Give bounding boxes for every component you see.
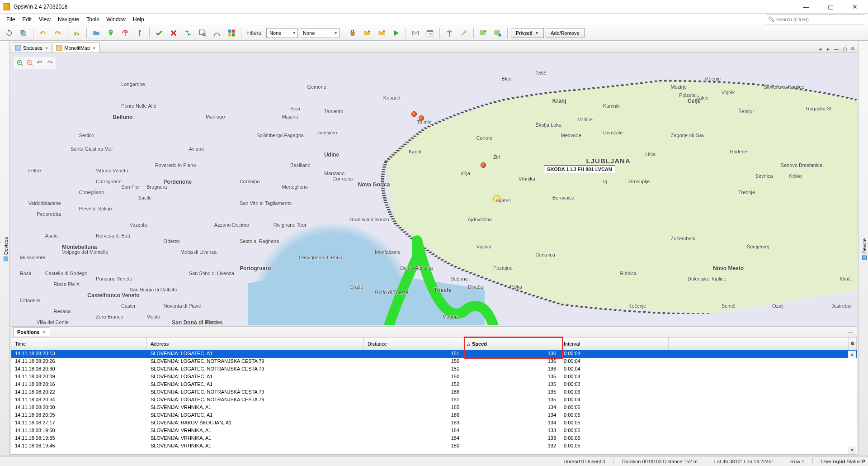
status-row: Row 1: [790, 459, 804, 464]
preset-select[interactable]: Privzeti▼: [511, 28, 544, 38]
add-remove-button[interactable]: Add/Remove: [546, 28, 585, 38]
table-row[interactable]: 14.11.18 08:20:05SLOVENIJA: LOGATEC, A11…: [11, 412, 857, 419]
menu-window[interactable]: Window: [103, 14, 129, 24]
toolbar-new-folder[interactable]: [361, 27, 373, 39]
toolbar-check[interactable]: [153, 27, 165, 39]
toolbar-flag-folder[interactable]: [375, 27, 388, 39]
city-label: Zagorje ob Savi: [671, 133, 706, 138]
table-row[interactable]: 14.11.18 08:20:22SLOVENIJA: LOGATEC, NOT…: [11, 389, 857, 396]
city-label: Velenje: [704, 76, 721, 81]
table-row[interactable]: 14.11.18 08:20:09SLOVENIJA: LOGATEC, A11…: [11, 373, 857, 381]
city-label: Slovenske Konjice: [764, 84, 804, 90]
tab-maximize-icon[interactable]: ▢: [841, 45, 848, 52]
toolbar-wrench[interactable]: [458, 27, 470, 39]
table-row[interactable]: 14.11.18 08:20:13SLOVENIJA: LOGATEC, A11…: [11, 350, 857, 358]
menu-file[interactable]: File: [3, 14, 19, 24]
city-label: Spilimbergo Fagagna: [256, 133, 304, 138]
menu-view[interactable]: View: [35, 14, 54, 24]
table-row[interactable]: 14.11.18 08:19:55SLOVENIJA: VRHNIKA, A11…: [11, 435, 857, 442]
toolbar-link[interactable]: [182, 27, 194, 39]
tab-close-icon[interactable]: ×: [92, 45, 96, 51]
menu-edit[interactable]: Edit: [19, 14, 35, 24]
col-time[interactable]: Time: [11, 338, 147, 350]
filter-select-2[interactable]: None: [300, 28, 340, 38]
search-input[interactable]: [776, 17, 863, 22]
close-button[interactable]: ✕: [844, 0, 865, 13]
table-row[interactable]: 14.11.18 08:20:34SLOVENIJA: LOGATEC, NOT…: [11, 396, 857, 404]
svg-line-35: [31, 64, 33, 66]
city-label: Žalec: [696, 95, 708, 100]
search-box[interactable]: 🔍: [766, 14, 865, 24]
side-tab-devices[interactable]: Devices: [2, 233, 9, 266]
toolbar-undo[interactable]: [37, 27, 49, 39]
toolbar-add-map[interactable]: [477, 27, 490, 39]
tab-monolitmap[interactable]: MonolitMap ×: [53, 43, 99, 52]
filter-select-1[interactable]: None: [266, 28, 298, 38]
toolbar-open[interactable]: [90, 27, 103, 39]
toolbar-play[interactable]: [390, 27, 402, 39]
city-label: Cormons: [333, 176, 353, 181]
toolbar-refresh[interactable]: [3, 27, 15, 39]
toolbar-bag[interactable]: [346, 27, 359, 39]
table-row[interactable]: 14.11.18 08:19:50SLOVENIJA: VRHNIKA, A11…: [11, 427, 857, 435]
zoom-undo-icon[interactable]: [35, 58, 44, 67]
menu-navigate[interactable]: Navigate: [54, 14, 83, 24]
zoom-out-icon[interactable]: [25, 58, 34, 67]
tab-prev-icon[interactable]: ◄: [816, 45, 824, 52]
tab-restore-icon[interactable]: ⧉: [849, 45, 856, 52]
toolbar-save-map[interactable]: [491, 27, 504, 39]
scroll-down-icon[interactable]: ▼: [848, 447, 856, 454]
tab-minimize-icon[interactable]: —: [833, 45, 840, 52]
svg-point-13: [219, 34, 221, 36]
positions-close-icon[interactable]: ×: [42, 329, 46, 335]
toolbar-zoom-area[interactable]: [196, 27, 209, 39]
col-speed[interactable]: △Speed: [463, 338, 560, 350]
table-row[interactable]: 14.11.18 08:20:30SLOVENIJA: LOGATEC, NOT…: [11, 366, 857, 373]
toolbar-redo[interactable]: [51, 27, 64, 39]
city-label: Vodice: [578, 117, 593, 122]
tab-next-icon[interactable]: ►: [825, 45, 832, 52]
col-config-icon[interactable]: ⚙: [849, 338, 857, 350]
menu-help[interactable]: Help: [129, 14, 148, 24]
table-row[interactable]: 14.11.18 08:27:17SLOVENIJA: RAKOV ŠKOCJA…: [11, 419, 857, 427]
table-row[interactable]: 14.11.18 08:19:45SLOVENIJA: VRHNIKA, A11…: [11, 442, 857, 450]
menu-tools[interactable]: Tools: [83, 14, 103, 24]
toolbar-cross[interactable]: [167, 27, 180, 39]
track-point-red: [411, 111, 417, 117]
tab-statuses[interactable]: Statuses ×: [12, 43, 52, 52]
city-label: Šentjernej: [747, 244, 769, 249]
minimize-button[interactable]: —: [796, 0, 816, 13]
maximize-button[interactable]: ▢: [820, 0, 841, 13]
col-interval[interactable]: Interval: [560, 338, 669, 350]
toolbar-copy[interactable]: [17, 27, 30, 39]
toolbar-pin[interactable]: [133, 27, 146, 39]
toolbar-mail[interactable]: [409, 27, 422, 39]
toolbar-google[interactable]: [225, 27, 238, 39]
table-row[interactable]: 14.11.18 08:20:00SLOVENIJA: VRHNIKA, A11…: [11, 404, 857, 412]
table-row[interactable]: 14.11.18 08:20:26SLOVENIJA: LOGATEC, NOT…: [11, 358, 857, 366]
vehicle-label[interactable]: SKODA 1 LJ FH 801 LVCAN: [544, 165, 615, 173]
scroll-up-icon[interactable]: ▲: [848, 351, 856, 358]
col-address[interactable]: Address: [147, 338, 364, 350]
side-tab-groups[interactable]: Groups: [0, 233, 1, 265]
city-label: Radeče: [730, 149, 747, 154]
side-tab-device[interactable]: Device: [861, 234, 868, 265]
toolbar-marker[interactable]: [104, 27, 117, 39]
toolbar-calendar[interactable]: 15: [424, 27, 436, 39]
toolbar-hammer[interactable]: [443, 27, 456, 39]
city-label: Kamnik: [603, 103, 620, 109]
zoom-redo-icon[interactable]: [45, 58, 54, 67]
positions-minimize-icon[interactable]: —: [846, 328, 855, 336]
toolbar-route[interactable]: [211, 27, 223, 39]
table-row[interactable]: 14.11.18 08:20:16SLOVENIJA: LOGATEC, A11…: [11, 381, 857, 389]
tab-close-icon[interactable]: ×: [44, 45, 49, 51]
positions-tab[interactable]: Positions ×: [13, 327, 50, 337]
city-label: Dolenjske Toplice: [688, 276, 726, 281]
positions-grid[interactable]: Time Address Distance △Speed Interval ⚙ …: [11, 338, 857, 454]
col-distance[interactable]: Distance: [364, 338, 463, 350]
toolbar-vehicle[interactable]: [71, 27, 83, 39]
map-view[interactable]: SKODA 1 LJ FH 801 LVCAN LJUBLJANAKranjCe…: [11, 54, 857, 325]
city-label: Pieve di Soligo: [79, 206, 112, 211]
toolbar-tower[interactable]: [119, 27, 132, 39]
zoom-in-icon[interactable]: [15, 58, 24, 67]
